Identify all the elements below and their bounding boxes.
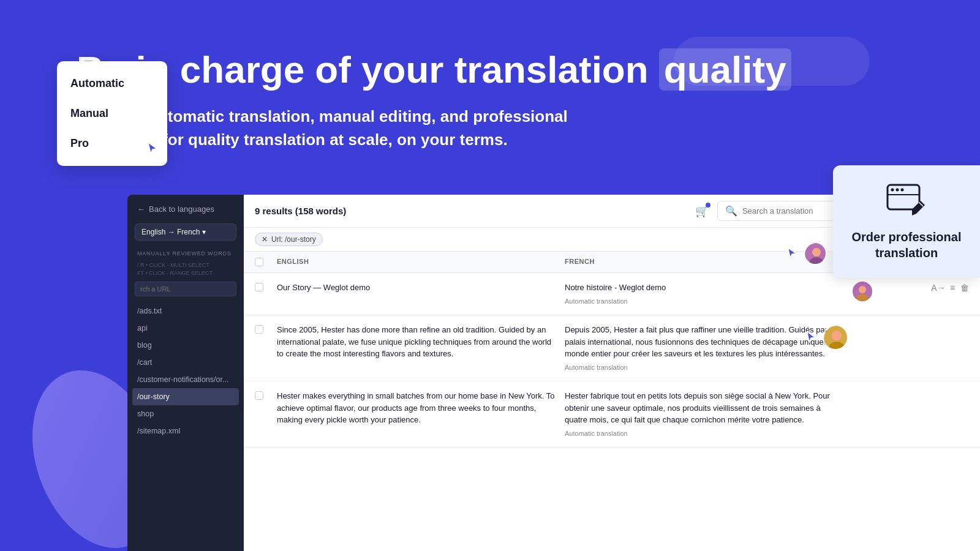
row1-person-cursor [785, 242, 827, 265]
order-card[interactable]: Order professional translation [833, 165, 980, 278]
sidebar-item-blog[interactable]: blog [127, 337, 244, 354]
hero-section: Be in charge of your translation quality… [77, 49, 903, 152]
dropdown-cursor [145, 141, 160, 159]
row1-checkbox[interactable] [255, 283, 263, 291]
row3-status: Automatic translation [565, 429, 843, 439]
sidebar-item-sitemap[interactable]: /sitemap.xml [127, 422, 244, 440]
row3-checkbox[interactable] [255, 391, 263, 400]
translate-icon[interactable]: A→ [932, 282, 944, 294]
cursor-icon-row1 [785, 247, 799, 260]
filter-tag-label: Url: /our-story [271, 235, 316, 244]
row1-status: Automatic translation [565, 296, 843, 307]
hero-title-highlight: quality [659, 48, 791, 91]
back-to-languages[interactable]: ← Back to languages [127, 204, 244, 223]
dropdown-item-manual[interactable]: Manual [57, 99, 167, 129]
sidebar-item-ads[interactable]: /ads.txt [127, 302, 244, 320]
shortcuts-hint: / R • CLICK - MULTI SELECTFT • CLICK - R… [127, 261, 244, 282]
row3-checkbox-cell [255, 390, 277, 400]
row3-english-text: Hester makes everything in small batches… [277, 391, 555, 424]
svg-point-5 [896, 189, 899, 192]
hero-subtitle: Combine automatic translation, manual ed… [77, 105, 750, 151]
cart-notification-dot [706, 203, 710, 208]
sidebar: ← Back to languages English → French ▾ M… [127, 195, 244, 551]
order-card-title: Order professional translation [848, 229, 965, 261]
cursor-svg [145, 141, 160, 156]
header-checkbox-col [255, 258, 277, 266]
close-icon[interactable]: ✕ [262, 235, 268, 244]
row1-english-text: Our Story — Weglot demo [277, 283, 370, 292]
cart-icon-wrapper[interactable]: 🛒 [695, 204, 709, 218]
arrow-left-icon: ← [137, 204, 145, 214]
search-icon: 🔍 [725, 205, 737, 217]
svg-point-13 [832, 331, 842, 340]
row2-english-text: Since 2005, Hester has done more than re… [277, 325, 551, 358]
row1-checkbox-cell [255, 282, 277, 291]
language-selector[interactable]: English → French ▾ [135, 223, 236, 241]
svg-point-6 [901, 189, 904, 192]
list-icon[interactable]: ≡ [949, 282, 956, 294]
sidebar-item-our-story[interactable]: /our-story [132, 388, 239, 405]
search-url-wrapper [127, 282, 244, 302]
svg-point-4 [891, 189, 894, 192]
hero-title: Be in charge of your translation quality [77, 49, 903, 91]
back-label: Back to languages [149, 204, 214, 214]
table-row: Since 2005, Hester has done more than re… [244, 315, 980, 381]
header-english: ENGLISH [277, 258, 565, 266]
row1-english: Our Story — Weglot demo [277, 282, 565, 294]
sidebar-item-shop[interactable]: shop [127, 405, 244, 422]
row1-french-text: Notre histoire - Weglot demo [565, 282, 843, 294]
search-url-input[interactable] [135, 282, 236, 296]
lang-selector-label: English → French [141, 228, 200, 236]
svg-point-10 [812, 248, 821, 257]
browser-edit-icon [885, 182, 928, 219]
row2-french-text: Depuis 2005, Hester a fait plus que raff… [565, 324, 843, 360]
order-card-icon [885, 182, 928, 219]
avatar-woman1 [853, 282, 872, 301]
table-row: Our Story — Weglot demo Notre histoire -… [244, 273, 980, 315]
table-row: Hester makes everything in small batches… [244, 381, 980, 448]
delete-icon[interactable]: 🗑 [960, 282, 969, 294]
row1-actions: A→ ≡ 🗑 [932, 282, 969, 294]
translation-table: ENGLISH FRENCH DEFAULT ↓ Our Story — Weg… [244, 252, 980, 551]
avatar-row1 [804, 242, 827, 265]
sidebar-item-customer-notifications[interactable]: /customer-notifications/or... [127, 371, 244, 388]
row2-english: Since 2005, Hester has done more than re… [277, 324, 565, 360]
cursor-icon-row2 [804, 331, 818, 344]
filter-tag-url[interactable]: ✕ Url: /our-story [255, 233, 323, 246]
sidebar-section-label: MANUALLY REVIEWED WORDS [127, 250, 244, 261]
results-count: 9 results (158 words) [255, 206, 346, 216]
sidebar-nav: /ads.txt api blog /cart /customer-notifi… [127, 302, 244, 440]
row3-french-text: Hester fabrique tout en petits lots depu… [565, 390, 843, 426]
row3-french: Hester fabrique tout en petits lots depu… [565, 390, 853, 438]
row1-default [853, 282, 932, 301]
row2-checkbox-cell [255, 324, 277, 334]
row2-status: Automatic translation [565, 362, 843, 373]
sidebar-item-cart[interactable]: /cart [127, 354, 244, 371]
row1-french: Notre histoire - Weglot demo Automatic t… [565, 282, 853, 306]
sidebar-item-api[interactable]: api [127, 320, 244, 337]
chevron-down-icon: ▾ [202, 228, 206, 236]
row2-checkbox[interactable] [255, 325, 263, 334]
dropdown-menu: Automatic Manual Pro [57, 61, 167, 166]
dropdown-item-automatic[interactable]: Automatic [57, 69, 167, 99]
svg-point-1 [859, 286, 866, 293]
avatar-row2 [823, 324, 848, 350]
row3-english: Hester makes everything in small batches… [277, 390, 565, 426]
row2-person-cursor [804, 324, 848, 350]
select-all-checkbox[interactable] [255, 258, 263, 266]
